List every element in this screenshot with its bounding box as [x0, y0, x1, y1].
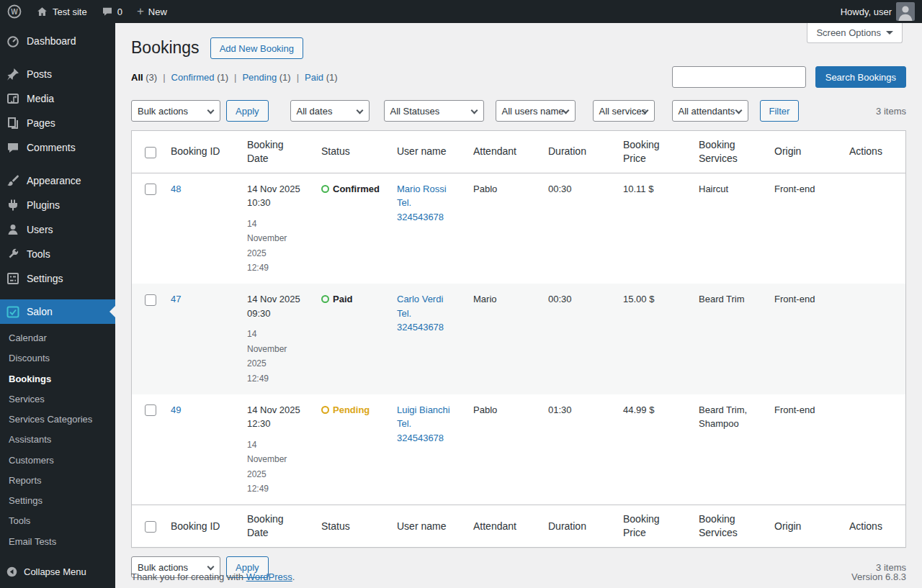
sidebar-item-plugins[interactable]: Plugins [0, 193, 115, 217]
column-header: Status [314, 505, 390, 548]
page-title: Bookings [131, 37, 200, 59]
price-cell: 10.11 $ [616, 173, 692, 284]
user-name-link[interactable]: Mario Rossi Tel. 324543678 [397, 182, 456, 225]
column-header: Booking Price [616, 131, 692, 173]
view-confirmed[interactable]: Confirmed (1) [171, 72, 228, 83]
svg-text:W: W [11, 8, 18, 16]
collapse-menu-button[interactable]: Collapse Menu [0, 560, 115, 584]
dashboard-icon [6, 34, 20, 48]
table-row: 47 14 Nov 2025 09:30 14 November 202512:… [132, 284, 906, 394]
submenu-item-discounts[interactable]: Discounts [0, 348, 115, 368]
submenu-item-customers[interactable]: Customers [0, 451, 115, 471]
filter-button[interactable]: Filter [760, 100, 800, 122]
sidebar-item-users[interactable]: Users [0, 217, 115, 242]
view-all[interactable]: All (3) [131, 72, 157, 83]
attendants-filter-select[interactable]: All attendants [672, 100, 748, 122]
main-content: Screen Options Bookings Add New Booking … [115, 0, 922, 588]
column-header: Origin [767, 505, 842, 548]
duration-cell: 00:30 [541, 173, 616, 284]
sidebar-item-tools[interactable]: Tools [0, 242, 115, 266]
column-header: Booking ID [164, 131, 240, 173]
submenu-item-settings[interactable]: Settings [0, 491, 115, 511]
submenu-item-email-tests[interactable]: Email Tests [0, 532, 115, 552]
chevron-down-icon [886, 31, 893, 38]
submenu-item-services[interactable]: Services [0, 389, 115, 410]
sidebar-item-appearance[interactable]: Appearance [0, 168, 115, 193]
comments-count: 0 [117, 6, 122, 17]
salon-icon [6, 304, 20, 319]
attendant-cell: Mario [466, 284, 541, 394]
screen-options-label: Screen Options [816, 27, 881, 38]
screen-options-button[interactable]: Screen Options [807, 23, 903, 43]
sidebar-item-pages[interactable]: Pages [0, 111, 115, 135]
status-cell: Confirmed [314, 173, 390, 284]
sidebar-label: Media [27, 93, 54, 104]
submenu-item-bookings[interactable]: Bookings [0, 369, 115, 389]
column-header: Booking Date [240, 131, 314, 173]
new-content-link[interactable]: + New [130, 0, 174, 23]
submenu-item-reports[interactable]: Reports [0, 471, 115, 491]
sidebar-label: Pages [27, 117, 55, 129]
column-header: Booking Services [692, 505, 767, 548]
search-bookings-button[interactable]: Search Bookings [815, 66, 906, 88]
status-cell: Pending [314, 394, 390, 505]
site-name-link[interactable]: Test site [29, 0, 94, 23]
sidebar-item-dashboard[interactable]: Dashboard [0, 29, 115, 53]
submenu-item-services-categories[interactable]: Services Categories [0, 410, 115, 430]
sidebar-item-posts[interactable]: Posts [0, 62, 115, 86]
row-checkbox[interactable] [145, 404, 156, 416]
content-area: Bookings Add New Booking All (3) | Confi… [115, 23, 922, 578]
column-header: Duration [541, 131, 616, 173]
column-header: Actions [842, 131, 906, 173]
comments-icon [6, 140, 20, 155]
origin-cell: Front-end [767, 173, 842, 284]
apply-button[interactable]: Apply [226, 100, 269, 122]
salon-submenu: Calendar Discounts Bookings Services Ser… [0, 324, 115, 558]
select-all-checkbox[interactable] [145, 147, 156, 158]
user-name-link[interactable]: Luigi Bianchi Tel. 324543678 [397, 403, 456, 445]
sidebar-item-salon[interactable]: Salon [0, 299, 115, 324]
new-label: New [148, 6, 167, 17]
sidebar-item-settings[interactable]: Settings [0, 266, 115, 291]
status-paid-icon [321, 295, 329, 303]
row-checkbox[interactable] [145, 294, 156, 306]
column-header: Booking Price [616, 505, 692, 548]
filter-toolbar: Bulk actions Apply All dates All Statuse… [131, 100, 906, 122]
avatar-person-icon [896, 2, 915, 21]
add-new-booking-button[interactable]: Add New Booking [210, 37, 303, 59]
submenu-item-assistants[interactable]: Assistants [0, 430, 115, 450]
plus-icon: + [137, 5, 144, 17]
actions-cell [842, 284, 906, 394]
column-header: Origin [767, 131, 842, 173]
price-cell: 15.00 $ [616, 284, 692, 394]
wordpress-link[interactable]: WordPress [246, 571, 292, 582]
booking-date-cell: 14 Nov 2025 12:30 14 November 202512:49 [240, 394, 314, 505]
statuses-filter-select[interactable]: All Statuses [384, 100, 484, 122]
dates-filter-select[interactable]: All dates [290, 100, 370, 122]
site-name-label: Test site [53, 6, 87, 17]
booking-id-link[interactable]: 48 [171, 184, 181, 194]
wordpress-logo[interactable]: W [0, 0, 29, 23]
sidebar-label: Plugins [27, 199, 60, 211]
booking-id-link[interactable]: 49 [171, 404, 181, 415]
row-checkbox[interactable] [145, 184, 156, 195]
users-filter-select[interactable]: All users name [496, 100, 576, 122]
select-all-checkbox[interactable] [145, 521, 156, 533]
sidebar-item-media[interactable]: Media [0, 86, 115, 111]
search-input[interactable] [672, 66, 806, 88]
user-name-link[interactable]: Carlo Verdi Tel. 324543678 [397, 292, 456, 335]
bulk-actions-select[interactable]: Bulk actions [131, 100, 220, 122]
collapse-label: Collapse Menu [24, 566, 86, 577]
submenu-item-calendar[interactable]: Calendar [0, 328, 115, 348]
table-row: 48 14 Nov 2025 10:30 14 November 202512:… [132, 173, 906, 284]
services-filter-select[interactable]: All services [593, 100, 655, 122]
submenu-item-tools[interactable]: Tools [0, 511, 115, 531]
appearance-icon [6, 173, 20, 188]
booking-id-link[interactable]: 47 [171, 294, 181, 304]
sidebar-item-comments[interactable]: Comments [0, 135, 115, 160]
attendant-cell: Pablo [466, 173, 541, 284]
comments-link[interactable]: 0 [94, 0, 130, 23]
view-paid[interactable]: Paid (1) [305, 72, 338, 83]
account-menu[interactable]: Howdy, user [833, 0, 922, 23]
view-pending[interactable]: Pending (1) [242, 72, 290, 83]
